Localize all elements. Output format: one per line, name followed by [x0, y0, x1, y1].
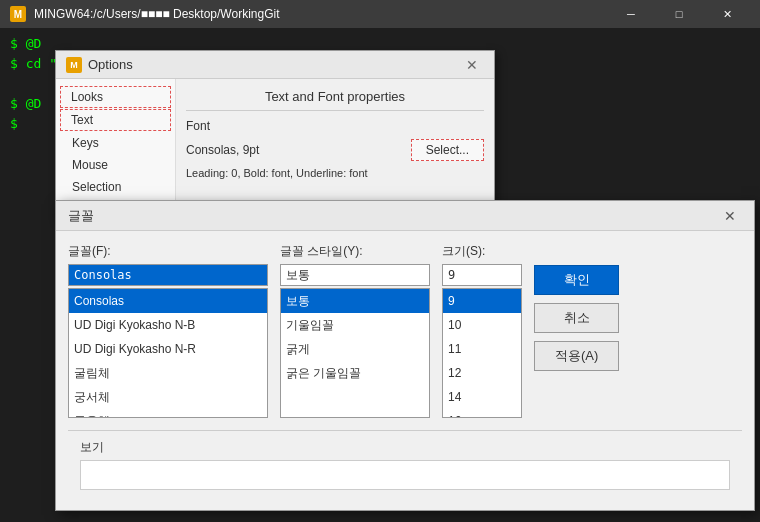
sidebar-item-text[interactable]: Text — [60, 109, 171, 131]
options-sidebar: Looks Text Keys Mouse Selection Window — [56, 79, 176, 219]
terminal-minimize-button[interactable]: ─ — [608, 0, 654, 28]
font-action-buttons: 확인 취소 적용(A) — [534, 243, 619, 418]
size-list-item-16[interactable]: 16 — [443, 409, 521, 418]
sidebar-item-looks[interactable]: Looks — [60, 86, 171, 108]
font-size-column: 크기(S): 9 10 11 12 14 16 18 — [442, 243, 522, 418]
terminal-titlebar: M MINGW64:/c/Users/■■■■ Desktop/WorkingG… — [0, 0, 760, 28]
font-list-item-gungseo[interactable]: 궁서체 — [69, 385, 267, 409]
font-dialog-title: 글꼴 — [68, 207, 718, 225]
term-prompt-4: $ @D — [10, 96, 41, 111]
font-section-label: Font — [186, 119, 484, 133]
preview-label: 보기 — [80, 439, 730, 456]
style-list-item-bold-italic[interactable]: 굵은 기울임꼴 — [281, 361, 429, 385]
font-dialog: 글꼴 ✕ 글꼴(F): Consolas UD Digi Kyokasho N-… — [55, 200, 755, 511]
size-list-item-14[interactable]: 14 — [443, 385, 521, 409]
font-details: Leading: 0, Bold: font, Underline: font — [186, 167, 484, 179]
options-dialog: M Options ✕ Looks Text Keys Mouse Select… — [55, 50, 495, 220]
sidebar-item-keys[interactable]: Keys — [56, 132, 175, 154]
cancel-button[interactable]: 취소 — [534, 303, 619, 333]
options-body: Looks Text Keys Mouse Selection Window T… — [56, 79, 494, 219]
font-dialog-close-button[interactable]: ✕ — [718, 204, 742, 228]
font-size-list[interactable]: 9 10 11 12 14 16 18 — [442, 288, 522, 418]
size-list-item-12[interactable]: 12 — [443, 361, 521, 385]
terminal-title: MINGW64:/c/Users/■■■■ Desktop/WorkingGit — [34, 7, 608, 21]
terminal-maximize-button[interactable]: □ — [656, 0, 702, 28]
font-family-list[interactable]: Consolas UD Digi Kyokasho N-B UD Digi Ky… — [68, 288, 268, 418]
font-list-item-ud-r[interactable]: UD Digi Kyokasho N-R — [69, 337, 267, 361]
terminal-close-button[interactable]: ✕ — [704, 0, 750, 28]
style-list-item-normal[interactable]: 보통 — [281, 289, 429, 313]
sidebar-item-selection[interactable]: Selection — [56, 176, 175, 198]
size-list-item-10[interactable]: 10 — [443, 313, 521, 337]
font-list-item-consolas[interactable]: Consolas — [69, 289, 267, 313]
options-content-header: Text and Font properties — [186, 89, 484, 111]
font-size-input[interactable] — [442, 264, 522, 286]
font-style-label: 글꼴 스타일(Y): — [280, 243, 430, 260]
font-list-item-dotum[interactable]: 돋움체 — [69, 409, 267, 418]
font-list-item-ud-b[interactable]: UD Digi Kyokasho N-B — [69, 313, 267, 337]
font-name-display: Consolas, 9pt — [186, 143, 401, 157]
options-icon: M — [66, 57, 82, 73]
font-style-list[interactable]: 보통 기울임꼴 굵게 굵은 기울임꼴 — [280, 288, 430, 418]
font-size-label: 크기(S): — [442, 243, 522, 260]
font-row: Consolas, 9pt Select... — [186, 139, 484, 161]
font-dialog-titlebar: 글꼴 ✕ — [56, 201, 754, 231]
font-list-item-gulim[interactable]: 굴림체 — [69, 361, 267, 385]
style-list-item-bold[interactable]: 굵게 — [281, 337, 429, 361]
apply-button[interactable]: 적용(A) — [534, 341, 619, 371]
ok-button[interactable]: 확인 — [534, 265, 619, 295]
font-family-column: 글꼴(F): Consolas UD Digi Kyokasho N-B UD … — [68, 243, 268, 418]
style-list-item-italic[interactable]: 기울임꼴 — [281, 313, 429, 337]
size-list-item-9[interactable]: 9 — [443, 289, 521, 313]
font-columns: 글꼴(F): Consolas UD Digi Kyokasho N-B UD … — [68, 243, 742, 418]
options-titlebar: M Options ✕ — [56, 51, 494, 79]
font-family-input[interactable] — [68, 264, 268, 286]
preview-box — [80, 460, 730, 490]
preview-section: 보기 — [68, 430, 742, 498]
select-font-button[interactable]: Select... — [411, 139, 484, 161]
options-content: Text and Font properties Font Consolas, … — [176, 79, 494, 219]
terminal-controls: ─ □ ✕ — [608, 0, 750, 28]
font-dialog-body: 글꼴(F): Consolas UD Digi Kyokasho N-B UD … — [56, 231, 754, 510]
options-title: Options — [88, 57, 460, 72]
font-family-label: 글꼴(F): — [68, 243, 268, 260]
sidebar-item-mouse[interactable]: Mouse — [56, 154, 175, 176]
font-style-column: 글꼴 스타일(Y): 보통 기울임꼴 굵게 굵은 기울임꼴 — [280, 243, 430, 418]
options-close-button[interactable]: ✕ — [460, 53, 484, 77]
term-prompt-1: $ @D — [10, 36, 41, 51]
size-list-item-11[interactable]: 11 — [443, 337, 521, 361]
terminal-icon: M — [10, 6, 26, 22]
font-style-input[interactable] — [280, 264, 430, 286]
term-prompt-5: $ — [10, 116, 18, 131]
